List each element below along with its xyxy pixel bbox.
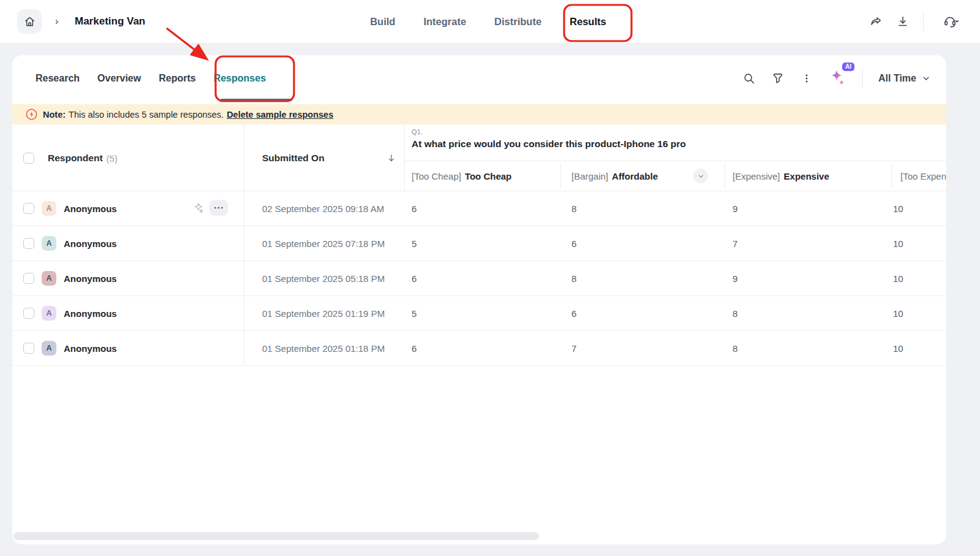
row-checkbox[interactable] [23, 308, 34, 319]
nav-distribute[interactable]: Distribute [494, 16, 541, 28]
column-options-button[interactable] [693, 169, 708, 183]
horizontal-scrollbar[interactable] [13, 532, 539, 540]
avatar: A [42, 341, 56, 356]
submitted-on-header-cell[interactable]: Submitted On [262, 153, 397, 164]
home-icon [23, 15, 36, 28]
row-checkbox[interactable] [23, 273, 34, 284]
submitted-on-header-label: Submitted On [262, 153, 325, 164]
answer-too-cheap: 5 [412, 226, 417, 261]
table-row[interactable]: A Anonymous 01 September 2025 07:18 PM 5… [12, 226, 946, 261]
survey-title: Marketing Van [75, 0, 145, 43]
answer-affordable: 8 [571, 261, 576, 296]
time-range-dropdown[interactable]: All Time [878, 73, 930, 84]
avatar: A [42, 271, 56, 286]
ai-sparkle-icon [829, 69, 847, 88]
ai-badge: AI [842, 63, 854, 71]
note-label: Note: [43, 110, 66, 120]
respondent-header-label: Respondent [48, 153, 103, 164]
topbar-actions [869, 0, 964, 43]
chevron-down-icon [698, 173, 704, 180]
subcolumn-divider [725, 163, 725, 189]
results-tabs: Research Overview Reports Responses [36, 55, 266, 101]
tab-research[interactable]: Research [36, 73, 80, 84]
table-row[interactable]: A Anonymous 02 September 2025 09:18 AM 6… [12, 191, 946, 226]
nav-integrate[interactable]: Integrate [423, 16, 466, 28]
column-affordable: [Bargain] Affordable [571, 161, 725, 191]
tab-reports[interactable]: Reports [159, 73, 195, 84]
subcolumn-divider [891, 163, 892, 189]
respondent-name: Anonymous [64, 261, 117, 296]
column-label: Affordable [612, 171, 658, 181]
answer-affordable: 7 [571, 331, 576, 366]
column-bracket: [Too Cheap] [412, 171, 461, 181]
answer-affordable: 6 [571, 226, 576, 261]
nav-results[interactable]: Results [570, 16, 606, 28]
answer-too-expensive: 10 [893, 331, 903, 366]
answer-too-cheap: 6 [412, 331, 417, 366]
toolbar-divider [862, 69, 863, 88]
sort-arrow-down-icon [386, 153, 397, 164]
answer-affordable: 8 [571, 191, 576, 226]
question-number: Q1. [412, 128, 686, 135]
chevron-down-icon [922, 74, 930, 83]
avatar: A [42, 306, 56, 321]
home-button[interactable] [17, 9, 42, 34]
results-card: Research Overview Reports Responses [12, 55, 946, 544]
column-bracket: [Expensive] [733, 171, 780, 181]
respondent-header-cell: Respondent (5) [23, 153, 118, 164]
column-label: Expensive [784, 171, 829, 181]
answer-expensive: 9 [733, 261, 737, 296]
ellipsis-icon [214, 206, 224, 210]
tab-responses[interactable]: Responses [214, 73, 266, 84]
submitted-on-value: 02 September 2025 09:18 AM [262, 191, 384, 226]
search-icon[interactable] [742, 72, 756, 85]
answer-too-expensive: 10 [893, 191, 903, 226]
kebab-menu-icon[interactable] [800, 72, 813, 85]
table-row[interactable]: A Anonymous 01 September 2025 05:18 PM 6… [12, 261, 946, 296]
responses-toolbar: AI All Time [742, 55, 930, 101]
answer-expensive: 7 [733, 226, 737, 261]
row-checkbox[interactable] [23, 203, 34, 214]
column-label: Too Cheap [465, 171, 511, 181]
support-menu[interactable] [937, 15, 964, 28]
headset-icon [943, 14, 959, 29]
answer-expensive: 9 [733, 191, 737, 226]
answer-expensive: 8 [733, 331, 737, 366]
answer-too-cheap: 6 [412, 261, 417, 296]
topbar-divider [923, 12, 924, 31]
download-icon[interactable] [896, 15, 910, 28]
avatar: A [42, 236, 56, 251]
subcolumn-divider [560, 163, 561, 189]
delete-sample-responses-link[interactable]: Delete sample responses [227, 110, 333, 120]
column-too-expensive: [Too Expensiv [900, 161, 946, 191]
lightning-circle-icon [26, 109, 37, 120]
tab-overview[interactable]: Overview [97, 73, 141, 84]
submitted-on-value: 01 September 2025 01:19 PM [262, 296, 385, 331]
respondent-count: (5) [107, 153, 118, 164]
respondent-name: Anonymous [64, 331, 117, 366]
main-nav: Build Integrate Distribute Results [370, 0, 606, 43]
table-row[interactable]: A Anonymous 01 September 2025 01:18 PM 6… [12, 331, 946, 366]
nav-build[interactable]: Build [370, 16, 395, 28]
column-too-cheap: [Too Cheap] Too Cheap [412, 161, 552, 191]
share-forward-icon[interactable] [869, 15, 883, 28]
time-range-value: All Time [878, 73, 916, 84]
top-navbar: › Marketing Van Build Integrate Distribu… [0, 0, 980, 43]
table-row[interactable]: A Anonymous 01 September 2025 01:19 PM 5… [12, 296, 946, 331]
answer-too-expensive: 10 [893, 296, 903, 331]
row-actions [192, 200, 228, 216]
respondent-name: Anonymous [64, 191, 117, 226]
select-all-checkbox[interactable] [23, 153, 34, 164]
column-bracket: [Too Expensiv [900, 171, 946, 181]
funnel-icon[interactable] [771, 72, 785, 85]
sparkle-icon[interactable] [192, 202, 205, 214]
responses-table-body: A Anonymous 02 September 2025 09:18 AM 6… [12, 191, 946, 366]
row-more-button[interactable] [209, 200, 228, 216]
ai-assistant-button[interactable]: AI [829, 69, 847, 88]
row-checkbox[interactable] [23, 343, 34, 354]
note-body: This also includes 5 sample responses. [69, 110, 224, 120]
submitted-on-value: 01 September 2025 01:18 PM [262, 331, 385, 366]
results-tabs-row: Research Overview Reports Responses [12, 55, 946, 101]
row-checkbox[interactable] [23, 238, 34, 249]
answer-expensive: 8 [733, 296, 737, 331]
